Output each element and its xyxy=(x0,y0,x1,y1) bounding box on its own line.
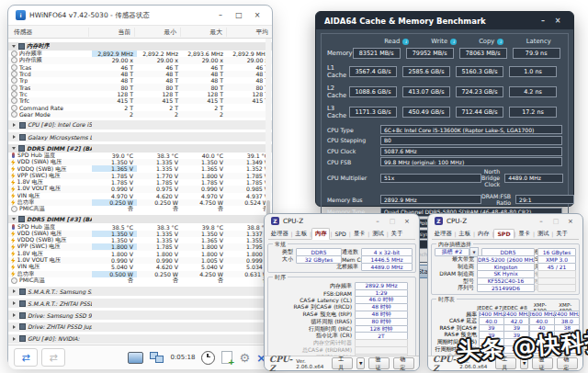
sensor-section-row[interactable]: GPU [#0]: NVIDIA: xyxy=(8,334,272,344)
monitor-icon[interactable] xyxy=(128,352,143,364)
tab-关于[interactable]: 关于 xyxy=(389,229,405,239)
sensor-value-row[interactable]: Command Rate2 T2 T2 T xyxy=(8,104,272,110)
info-icon[interactable]: i xyxy=(497,39,503,45)
hwinfo-titlebar[interactable]: i HWiNFO64 v7.42-5030 - 传感器状态 – □ × xyxy=(8,6,272,25)
sensor-section-row[interactable]: Drive: Samsung SSD 960 PRO 512GB ... xyxy=(8,311,272,320)
bench-col-label: Write xyxy=(431,38,447,45)
tab-主板[interactable]: 主板 xyxy=(293,229,310,239)
tab-测试[interactable]: 测试 xyxy=(535,229,551,239)
sensor-section-row[interactable]: S.M.A.R.T.: Samsung SSD 960 PRO 5... xyxy=(8,287,272,296)
sensor-cell: 1.005 V xyxy=(182,257,227,264)
sensor-value-row[interactable]: Trcd48 T48 T48 T48 T xyxy=(8,71,272,77)
maximize-button[interactable]: □ xyxy=(387,215,398,228)
cpuz-tab-bar: 处理器|主板|内存|SPD|显卡|测试|关于 xyxy=(432,228,579,240)
close-button[interactable]: × xyxy=(250,9,265,22)
tab-处理器[interactable]: 处理器 xyxy=(268,229,291,239)
validate-button[interactable]: 验证 xyxy=(368,357,390,369)
tools-dropdown-arrow[interactable]: ▼ xyxy=(356,357,365,369)
sensor-value-row[interactable]: 内存倍频29.00 x29.00 x29.00 x29.00 x xyxy=(8,57,272,63)
gear-icon[interactable]: ⚙ xyxy=(239,352,250,364)
hw-column-header-1: 当前 xyxy=(88,28,134,37)
tab-SPD[interactable]: SPD xyxy=(493,229,514,239)
benchmark-results: Memory83521 MB/s79952 MB/s78063 MB/s79.9… xyxy=(327,48,562,119)
sensor-value-row[interactable]: Trp48 T48 T48 T48 T xyxy=(8,77,272,84)
tab-主板[interactable]: 主板 xyxy=(457,229,473,239)
maximize-button[interactable]: □ xyxy=(550,215,561,228)
aida64-titlebar[interactable]: AIDA64 Cache & Memory Benchmark – × xyxy=(316,12,573,29)
bench-value-box: 4.2 ns xyxy=(509,86,557,97)
clock-icon xyxy=(11,97,17,104)
tab-显卡[interactable]: 显卡 xyxy=(516,229,533,239)
sensor-cell: 46 T xyxy=(182,64,227,71)
sensor-section-row[interactable]: Drive: ZHITAI PSSD Jupiter10 1TB (Z... xyxy=(8,322,272,332)
sensor-value-row[interactable]: Tras80 T80 T80 T80 T xyxy=(8,84,272,90)
close-button[interactable]: × xyxy=(401,215,413,228)
info-value-box: 5087.6 MHz xyxy=(380,147,562,156)
sensor-cell: 2 T xyxy=(92,105,137,111)
minimize-button[interactable]: – xyxy=(372,215,383,228)
tab-内存[interactable]: 内存 xyxy=(311,228,330,240)
slot-right-value-box xyxy=(537,284,576,292)
sensor-label: S.M.A.R.T.: Samsung SSD 960 PRO 5... xyxy=(28,288,92,295)
timing-label: FSB:DRAM xyxy=(271,290,355,297)
sensor-section-row[interactable]: CPU [#0]: Intel Core i5-13600K: 增... xyxy=(8,120,272,130)
ok-button[interactable]: 确定 xyxy=(393,357,414,369)
sensor-label: GPU [#0]: NVIDIA: xyxy=(28,335,80,342)
sensor-value-row[interactable]: Trc128 T128 T128 T128 T xyxy=(8,91,272,97)
minimize-button[interactable]: – xyxy=(536,15,550,28)
maximize-button[interactable]: □ xyxy=(232,9,246,22)
sensor-value-row[interactable]: Trfc415 T415 T415 T415 T xyxy=(8,97,272,104)
sensor-value-row[interactable]: PMIC高温否否否否 xyxy=(8,206,272,212)
clock-icon[interactable] xyxy=(201,351,215,365)
cpuz-version: Ver. 2.06.0.x64 xyxy=(296,358,324,369)
bench-row-label: Memory xyxy=(327,50,353,57)
sensor-value-row[interactable]: Tcas46 T46 T46 T46 T xyxy=(8,64,272,71)
bench-col-label: Latency xyxy=(526,38,551,45)
tab-测试[interactable]: 测试 xyxy=(369,229,386,239)
sensor-cell: 4.620 V xyxy=(137,264,182,270)
cpuz-titlebar[interactable]: Z CPU-Z – □ × xyxy=(428,214,582,228)
sensor-section-row[interactable]: Galaxy Microsystems Ltd. GALAX B76... xyxy=(8,132,272,141)
sensor-cell: 1.785 V xyxy=(137,179,182,186)
tab-关于[interactable]: 关于 xyxy=(553,229,570,239)
hw-column-header-3: 最大 xyxy=(180,28,226,37)
sensor-label: Trp xyxy=(19,77,28,84)
sensor-cell: 1.785 V xyxy=(92,179,137,186)
info-value-box: 6C+8c Intel Core i5-13600K (Raptor Lake-… xyxy=(380,125,562,134)
clock-icon xyxy=(11,111,17,118)
sensor-cell: 4.970 V xyxy=(92,193,137,199)
tools-button[interactable]: 工具 xyxy=(332,357,353,369)
minimize-button[interactable]: – xyxy=(213,9,228,22)
chevron-right-icon xyxy=(13,123,16,127)
tab-内存[interactable]: 内存 xyxy=(475,229,492,239)
minimize-button[interactable]: – xyxy=(536,215,547,228)
sensor-cell: 0.990 V xyxy=(182,186,227,192)
network-icon[interactable] xyxy=(150,352,164,363)
report-add-icon[interactable] xyxy=(221,351,232,364)
system-info-row: CPU Type6C+8c Intel Core i5-13600K (Rapt… xyxy=(327,125,562,134)
sensor-cell: 1.335 V xyxy=(137,165,182,172)
info-icon[interactable]: i xyxy=(402,39,409,45)
sensor-cell: 29.00 x xyxy=(182,57,227,63)
tab-SPD[interactable]: SPD xyxy=(332,230,348,238)
sensor-cell: 1.800 V xyxy=(182,251,227,257)
nav-arrows-disabled-button[interactable]: ⇄ xyxy=(41,348,65,367)
system-info-row: CPU SteppingB0 xyxy=(327,136,562,145)
close-button[interactable]: × xyxy=(550,15,565,28)
sensor-cell: 415 T xyxy=(137,97,182,104)
sensor-section-row[interactable]: S.M.A.R.T.: ZHITAI PSSD Jupiter10 1... xyxy=(8,299,272,308)
bench-value-box: 724.23 GB/s xyxy=(456,86,503,97)
cpuz-titlebar[interactable]: Z CPU-Z – □ × xyxy=(265,214,419,228)
info-icon[interactable]: i xyxy=(450,39,457,45)
sensor-cell: 4.970 V xyxy=(182,193,227,199)
close-button[interactable]: × xyxy=(565,215,576,228)
tab-显卡[interactable]: 显卡 xyxy=(351,229,368,239)
tab-处理器[interactable]: 处理器 xyxy=(432,229,455,239)
sensor-value-row[interactable]: Gear Mode222 xyxy=(8,111,272,118)
chevron-down-icon xyxy=(12,147,16,150)
sensor-value-row[interactable]: PMIC高温否否否否 xyxy=(8,277,272,284)
screenshot-canvas: i HWiNFO64 v7.42-5030 - 传感器状态 – □ × 传感器当… xyxy=(0,0,588,373)
clock-icon xyxy=(11,71,17,77)
mainboard-icon xyxy=(19,134,26,141)
nav-arrows-button[interactable]: ⇄ xyxy=(14,348,38,367)
